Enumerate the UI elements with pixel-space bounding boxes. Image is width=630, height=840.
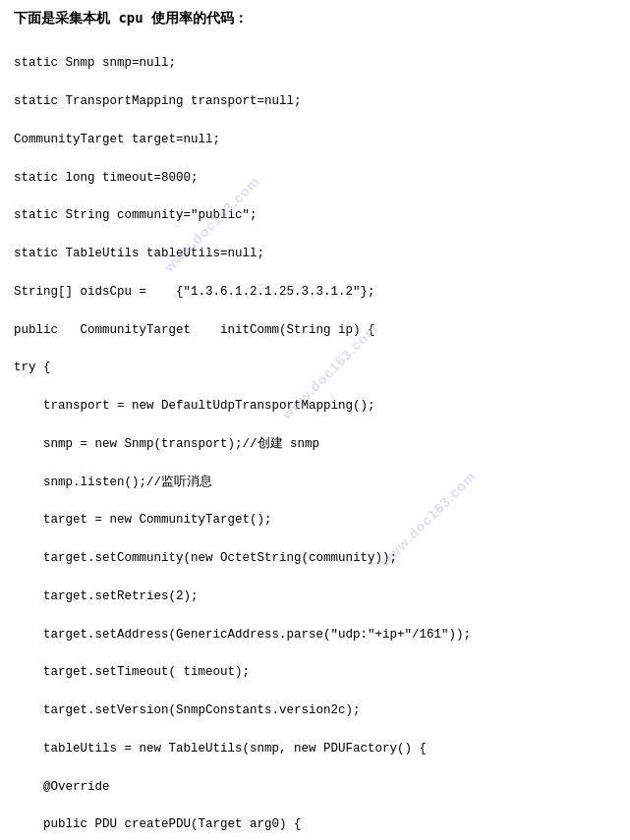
- header: 下面是采集本机 cpu 使用率的代码：: [14, 10, 616, 28]
- line-18: target.setVersion(SnmpConstants.version2…: [14, 703, 361, 717]
- line-2: static TransportMapping transport=null;: [14, 94, 302, 108]
- line-20: @Override: [14, 780, 110, 794]
- header-title: 下面是采集本机 cpu 使用率的代码：: [14, 10, 616, 28]
- line-16: target.setAddress(GenericAddress.parse("…: [14, 628, 471, 642]
- line-17: target.setTimeout( timeout);: [14, 665, 250, 679]
- line-8: public CommunityTarget initComm(String i…: [14, 323, 375, 337]
- code-block: static Snmp snmp=null; static TransportM…: [14, 35, 616, 840]
- line-10: transport = new DefaultUdpTransportMappi…: [14, 399, 375, 413]
- line-5: static String community="public";: [14, 208, 258, 222]
- line-15: target.setRetries(2);: [14, 589, 199, 603]
- line-4: static long timeout=8000;: [14, 171, 199, 185]
- line-14: target.setCommunity(new OctetString(comm…: [14, 551, 397, 565]
- line-13: target = new CommunityTarget();: [14, 513, 272, 527]
- line-7: String[] oidsCpu = {"1.3.6.1.2.1.25.3.3.…: [14, 285, 375, 299]
- line-3: CommunityTarget target=null;: [14, 133, 220, 146]
- line-19: tableUtils = new TableUtils(snmp, new PD…: [14, 742, 427, 756]
- line-1: static Snmp snmp=null;: [14, 56, 176, 70]
- line-11: snmp = new Snmp(transport);//创建 snmp: [14, 437, 319, 451]
- line-12: snmp.listen();//监听消息: [14, 476, 212, 489]
- line-21: public PDU createPDU(Target arg0) {: [14, 817, 302, 831]
- line-6: static TableUtils tableUtils=null;: [14, 247, 264, 260]
- line-9: try {: [14, 361, 51, 374]
